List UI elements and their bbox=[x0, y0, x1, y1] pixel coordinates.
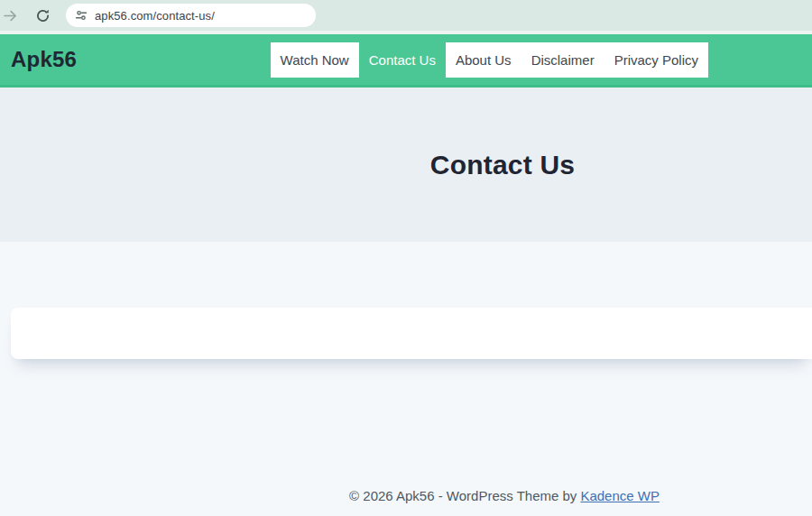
nav-item-disclaimer[interactable]: Disclaimer bbox=[521, 42, 604, 78]
footer-kadence-link[interactable]: Kadence WP bbox=[580, 488, 660, 503]
site-footer: © 2026 Apk56 - WordPress Theme byKadence… bbox=[0, 488, 812, 503]
reload-icon[interactable] bbox=[30, 3, 55, 28]
main-content: © 2026 Apk56 - WordPress Theme byKadence… bbox=[0, 242, 812, 510]
page-title: Contact Us bbox=[430, 150, 575, 180]
url-text[interactable]: apk56.com/contact-us/ bbox=[95, 9, 215, 23]
main-nav: Watch Now Contact Us About Us Disclaimer… bbox=[271, 42, 708, 78]
nav-item-privacy-policy[interactable]: Privacy Policy bbox=[604, 42, 708, 78]
site-logo[interactable]: Apk56 bbox=[11, 47, 77, 72]
site-settings-icon[interactable] bbox=[75, 9, 88, 22]
browser-toolbar: apk56.com/contact-us/ bbox=[0, 0, 812, 34]
address-bar[interactable]: apk56.com/contact-us/ bbox=[66, 4, 316, 27]
forward-icon[interactable] bbox=[0, 3, 23, 28]
site-header: Apk56 Watch Now Contact Us About Us Disc… bbox=[0, 34, 812, 88]
content-card bbox=[11, 308, 812, 359]
nav-item-watch-now[interactable]: Watch Now bbox=[271, 42, 359, 78]
nav-item-contact-us[interactable]: Contact Us bbox=[359, 42, 446, 78]
hero-section: Contact Us bbox=[0, 88, 812, 242]
nav-item-about-us[interactable]: About Us bbox=[446, 42, 521, 78]
footer-copyright: © 2026 Apk56 - WordPress Theme by bbox=[349, 488, 577, 503]
